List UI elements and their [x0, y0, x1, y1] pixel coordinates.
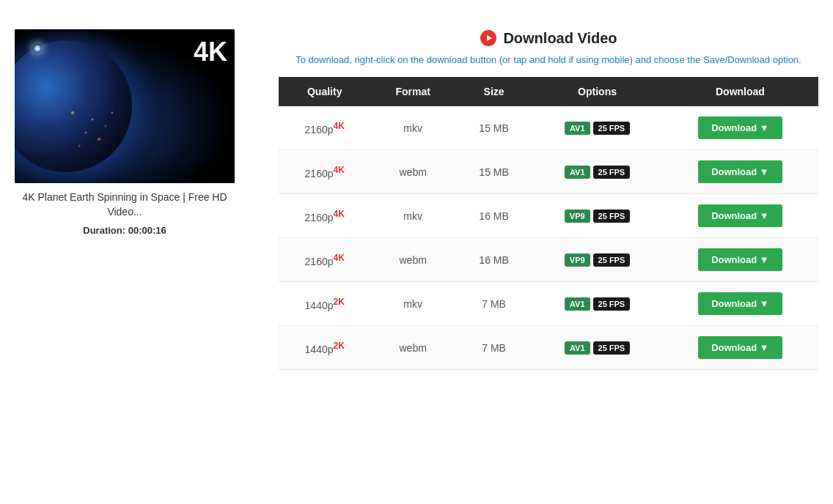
format-cell: webm	[370, 150, 455, 194]
size-cell: 7 MB	[455, 282, 532, 326]
thumbnail-4k-label: 4K	[194, 37, 227, 67]
quality-cell: 2160p4K	[279, 238, 370, 282]
size-cell: 16 MB	[455, 194, 532, 238]
download-cell: Download ▼	[662, 194, 818, 238]
format-cell: mkv	[370, 194, 455, 238]
quality-suffix: 4K	[334, 253, 345, 263]
size-cell: 15 MB	[455, 106, 532, 150]
video-duration: Duration: 00:00:16	[15, 225, 235, 236]
quality-cell: 2160p4K	[279, 194, 370, 238]
download-cell: Download ▼	[662, 282, 818, 326]
size-cell: 15 MB	[455, 150, 532, 194]
codec-badge: AV1	[565, 166, 590, 179]
quality-suffix: 2K	[334, 297, 345, 307]
codec-badge: AV1	[565, 341, 590, 355]
format-cell: webm	[370, 238, 455, 282]
video-thumbnail: 4K	[15, 29, 235, 183]
quality-value: 2160p	[305, 211, 334, 223]
table-row: 2160p4Kwebm15 MBAV125 FPSDownload ▼	[279, 150, 818, 194]
quality-value: 2160p	[305, 255, 334, 267]
fps-badge: 25 FPS	[593, 122, 631, 135]
quality-value: 2160p	[305, 167, 334, 179]
table-row: 2160p4Kwebm16 MBVP925 FPSDownload ▼	[279, 238, 818, 282]
codec-badge: VP9	[565, 210, 590, 223]
download-cell: Download ▼	[662, 150, 818, 194]
col-download: Download	[662, 77, 818, 106]
options-cell: VP925 FPS	[532, 238, 662, 282]
download-button[interactable]: Download ▼	[698, 204, 782, 227]
size-cell: 16 MB	[455, 238, 532, 282]
download-table: Quality Format Size Options Download 216…	[279, 77, 818, 370]
codec-badge: AV1	[565, 122, 590, 135]
duration-value: 00:00:16	[128, 225, 166, 236]
duration-label: Duration:	[83, 225, 125, 236]
options-cell: AV125 FPS	[532, 282, 662, 326]
codec-badge: VP9	[565, 253, 590, 267]
download-button[interactable]: Download ▼	[698, 160, 782, 183]
fps-badge: 25 FPS	[593, 297, 631, 311]
download-cell: Download ▼	[662, 106, 818, 150]
options-cell: AV125 FPS	[532, 150, 662, 194]
table-row: 2160p4Kmkv16 MBVP925 FPSDownload ▼	[279, 194, 818, 238]
options-cell: AV125 FPS	[532, 106, 662, 150]
fps-badge: 25 FPS	[593, 341, 631, 355]
quality-suffix: 2K	[334, 341, 345, 351]
quality-cell: 1440p2K	[279, 326, 370, 370]
quality-cell: 2160p4K	[279, 150, 370, 194]
video-title: 4K Planet Earth Spinning in Space | Free…	[15, 190, 235, 219]
table-header-row: Quality Format Size Options Download	[279, 77, 818, 106]
download-button[interactable]: Download ▼	[698, 292, 782, 315]
fps-badge: 25 FPS	[593, 210, 631, 223]
col-format: Format	[370, 77, 455, 106]
quality-value: 1440p	[305, 343, 334, 355]
table-row: 1440p2Kwebm7 MBAV125 FPSDownload ▼	[279, 326, 818, 370]
fps-badge: 25 FPS	[593, 166, 631, 179]
quality-value: 1440p	[305, 299, 334, 311]
quality-cell: 2160p4K	[279, 106, 370, 150]
col-options: Options	[532, 77, 662, 106]
table-row: 1440p2Kmkv7 MBAV125 FPSDownload ▼	[279, 282, 818, 326]
download-button[interactable]: Download ▼	[698, 248, 782, 271]
section-title-text: Download Video	[503, 30, 617, 47]
quality-suffix: 4K	[334, 121, 345, 131]
format-cell: mkv	[370, 282, 455, 326]
quality-cell: 1440p2K	[279, 282, 370, 326]
fps-badge: 25 FPS	[593, 253, 631, 267]
download-cell: Download ▼	[662, 238, 818, 282]
right-panel: Download Video To download, right-click …	[279, 29, 818, 370]
left-panel: 4K 4K Planet Earth Spinning in Space | F…	[15, 29, 249, 370]
options-cell: AV125 FPS	[532, 326, 662, 370]
col-quality: Quality	[279, 77, 370, 106]
download-button[interactable]: Download ▼	[698, 336, 782, 359]
table-row: 2160p4Kmkv15 MBAV125 FPSDownload ▼	[279, 106, 818, 150]
download-cell: Download ▼	[662, 326, 818, 370]
play-icon	[480, 29, 497, 47]
format-cell: webm	[370, 326, 455, 370]
quality-suffix: 4K	[334, 165, 345, 175]
options-cell: VP925 FPS	[532, 194, 662, 238]
size-cell: 7 MB	[455, 326, 532, 370]
section-title: Download Video	[279, 29, 818, 47]
col-size: Size	[455, 77, 532, 106]
instruction-text: To download, right-click on the download…	[279, 54, 818, 65]
quality-value: 2160p	[305, 123, 334, 135]
codec-badge: AV1	[565, 297, 590, 311]
quality-suffix: 4K	[334, 209, 345, 219]
format-cell: mkv	[370, 106, 455, 150]
download-button[interactable]: Download ▼	[698, 116, 782, 139]
